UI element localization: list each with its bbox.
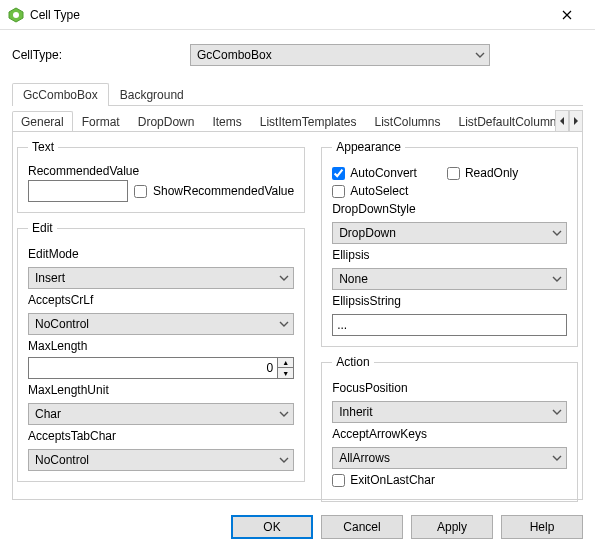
ellipsis-label: Ellipsis bbox=[332, 248, 567, 262]
recommendedvalue-input[interactable] bbox=[28, 180, 128, 202]
chevron-down-icon bbox=[279, 319, 289, 329]
acceptstab-value: NoControl bbox=[35, 453, 89, 467]
celltype-label: CellType: bbox=[12, 48, 190, 62]
title-bar: Cell Type bbox=[0, 0, 595, 30]
celltype-select[interactable]: GcComboBox bbox=[190, 44, 490, 66]
window-title: Cell Type bbox=[30, 8, 80, 22]
autoselect-wrap[interactable]: AutoSelect bbox=[332, 184, 408, 198]
triangle-left-icon bbox=[559, 117, 565, 125]
group-action: Action FocusPosition Inherit AcceptArrow… bbox=[321, 355, 578, 502]
focusposition-label: FocusPosition bbox=[332, 381, 567, 395]
acceptscrlf-value: NoControl bbox=[35, 317, 89, 331]
editmode-label: EditMode bbox=[28, 247, 294, 261]
chevron-down-icon bbox=[279, 409, 289, 419]
subtab-listitemtemplates[interactable]: ListItemTemplates bbox=[251, 111, 366, 131]
editmode-value: Insert bbox=[35, 271, 65, 285]
chevron-down-icon bbox=[552, 453, 562, 463]
group-edit-legend: Edit bbox=[28, 221, 57, 235]
acceptarrow-label: AcceptArrowKeys bbox=[332, 427, 567, 441]
main-tabstrip: GcComboBox Background bbox=[12, 82, 583, 106]
chevron-down-icon bbox=[552, 407, 562, 417]
chevron-down-icon bbox=[475, 50, 485, 60]
chevron-down-icon bbox=[279, 455, 289, 465]
autoselect-label: AutoSelect bbox=[350, 184, 408, 198]
maxlengthunit-select[interactable]: Char bbox=[28, 403, 294, 425]
exitonlast-wrap[interactable]: ExitOnLastChar bbox=[332, 473, 435, 487]
autoconvert-label: AutoConvert bbox=[350, 166, 417, 180]
celltype-select-value: GcComboBox bbox=[197, 48, 272, 62]
subtab-items[interactable]: Items bbox=[203, 111, 250, 131]
app-icon bbox=[8, 7, 24, 23]
acceptstab-select[interactable]: NoControl bbox=[28, 449, 294, 471]
group-text-legend: Text bbox=[28, 140, 58, 154]
svg-point-1 bbox=[13, 12, 19, 18]
readonly-label: ReadOnly bbox=[465, 166, 518, 180]
subtab-general[interactable]: General bbox=[12, 111, 73, 131]
triangle-right-icon bbox=[573, 117, 579, 125]
group-edit: Edit EditMode Insert AcceptsCrLf NoContr… bbox=[17, 221, 305, 482]
maxlength-spinner[interactable]: ▲ ▼ bbox=[28, 357, 294, 379]
acceptscrlf-label: AcceptsCrLf bbox=[28, 293, 294, 307]
readonly-wrap[interactable]: ReadOnly bbox=[447, 166, 518, 180]
sub-tabstrip: General Format DropDown Items ListItemTe… bbox=[12, 110, 583, 132]
tab-gccombobox[interactable]: GcComboBox bbox=[12, 83, 109, 106]
close-icon bbox=[562, 10, 572, 20]
ok-button[interactable]: OK bbox=[231, 515, 313, 539]
ellipsis-value: None bbox=[339, 272, 368, 286]
autoconvert-wrap[interactable]: AutoConvert bbox=[332, 166, 417, 180]
readonly-checkbox[interactable] bbox=[447, 167, 460, 180]
dropdownstyle-select[interactable]: DropDown bbox=[332, 222, 567, 244]
ellipsisstring-input[interactable] bbox=[332, 314, 567, 336]
subtab-listcolumns[interactable]: ListColumns bbox=[365, 111, 449, 131]
help-button[interactable]: Help bbox=[501, 515, 583, 539]
group-appearance: Appearance AutoConvert ReadOnly AutoSele… bbox=[321, 140, 578, 347]
subtab-listdefaultcolumn[interactable]: ListDefaultColumn bbox=[450, 111, 556, 131]
group-text: Text RecommendedValue ShowRecommendedVal… bbox=[17, 140, 305, 213]
tabs-scroll-left[interactable] bbox=[555, 110, 569, 131]
recommendedvalue-label: RecommendedValue bbox=[28, 164, 294, 178]
showrecommended-checkbox-wrap[interactable]: ShowRecommendedValue bbox=[134, 184, 294, 198]
focusposition-select[interactable]: Inherit bbox=[332, 401, 567, 423]
autoselect-checkbox[interactable] bbox=[332, 185, 345, 198]
autoconvert-checkbox[interactable] bbox=[332, 167, 345, 180]
tabs-scroll-right[interactable] bbox=[569, 110, 583, 131]
acceptarrow-select[interactable]: AllArrows bbox=[332, 447, 567, 469]
exitonlast-checkbox[interactable] bbox=[332, 474, 345, 487]
svg-marker-2 bbox=[560, 117, 564, 125]
dialog-buttons: OK Cancel Apply Help bbox=[231, 515, 583, 539]
dropdownstyle-label: DropDownStyle bbox=[332, 202, 567, 216]
group-appearance-legend: Appearance bbox=[332, 140, 405, 154]
maxlengthunit-label: MaxLengthUnit bbox=[28, 383, 294, 397]
chevron-down-icon bbox=[279, 273, 289, 283]
group-action-legend: Action bbox=[332, 355, 373, 369]
subtab-format[interactable]: Format bbox=[73, 111, 129, 131]
acceptarrow-value: AllArrows bbox=[339, 451, 390, 465]
maxlength-spin-down[interactable]: ▼ bbox=[278, 368, 293, 378]
maxlength-label: MaxLength bbox=[28, 339, 294, 353]
apply-button[interactable]: Apply bbox=[411, 515, 493, 539]
close-button[interactable] bbox=[547, 1, 587, 29]
editmode-select[interactable]: Insert bbox=[28, 267, 294, 289]
dropdownstyle-value: DropDown bbox=[339, 226, 396, 240]
maxlength-spin-up[interactable]: ▲ bbox=[278, 358, 293, 368]
showrecommended-checkbox[interactable] bbox=[134, 185, 147, 198]
ellipsis-select[interactable]: None bbox=[332, 268, 567, 290]
chevron-down-icon bbox=[552, 274, 562, 284]
showrecommended-label: ShowRecommendedValue bbox=[153, 184, 294, 198]
maxlengthunit-value: Char bbox=[35, 407, 61, 421]
acceptscrlf-select[interactable]: NoControl bbox=[28, 313, 294, 335]
exitonlast-label: ExitOnLastChar bbox=[350, 473, 435, 487]
cancel-button[interactable]: Cancel bbox=[321, 515, 403, 539]
subtab-dropdown[interactable]: DropDown bbox=[129, 111, 204, 131]
ellipsisstring-label: EllipsisString bbox=[332, 294, 567, 308]
maxlength-input[interactable] bbox=[28, 357, 278, 379]
focusposition-value: Inherit bbox=[339, 405, 372, 419]
tab-background[interactable]: Background bbox=[109, 83, 195, 106]
chevron-down-icon bbox=[552, 228, 562, 238]
svg-marker-3 bbox=[574, 117, 578, 125]
acceptstab-label: AcceptsTabChar bbox=[28, 429, 294, 443]
